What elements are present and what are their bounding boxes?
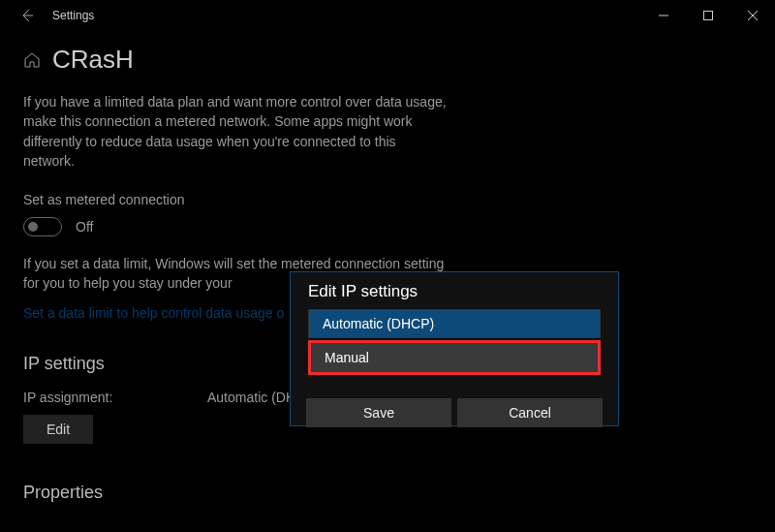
maximize-icon	[703, 11, 713, 20]
close-icon	[748, 11, 758, 20]
edit-button[interactable]: Edit	[23, 415, 93, 444]
minimize-button[interactable]	[641, 0, 686, 31]
back-button[interactable]	[12, 0, 43, 31]
metered-toggle[interactable]	[23, 217, 62, 236]
toggle-knob	[28, 222, 38, 232]
edit-ip-dialog: Edit IP settings Automatic (DHCP) Manual…	[290, 271, 619, 426]
properties-heading: Properties	[23, 483, 752, 503]
minimize-icon	[659, 11, 668, 20]
toggle-state-text: Off	[76, 219, 93, 235]
option-automatic[interactable]: Automatic (DHCP)	[308, 309, 601, 338]
window-title: Settings	[52, 9, 94, 22]
svg-rect-0	[704, 12, 713, 20]
save-button[interactable]: Save	[306, 398, 451, 427]
intro-text: If you have a limited data plan and want…	[23, 92, 450, 171]
page-title: CRasH	[52, 45, 134, 75]
maximize-button[interactable]	[686, 0, 730, 31]
option-manual[interactable]: Manual	[311, 343, 598, 372]
cancel-button[interactable]: Cancel	[457, 398, 603, 427]
arrow-left-icon	[19, 8, 35, 23]
ip-assignment-label: IP assignment:	[23, 390, 207, 405]
ip-mode-select[interactable]: Automatic (DHCP) Manual	[308, 309, 601, 375]
home-icon	[23, 51, 41, 69]
dialog-title: Edit IP settings	[308, 282, 601, 301]
close-button[interactable]	[730, 0, 775, 31]
metered-label: Set as metered connection	[23, 192, 752, 207]
